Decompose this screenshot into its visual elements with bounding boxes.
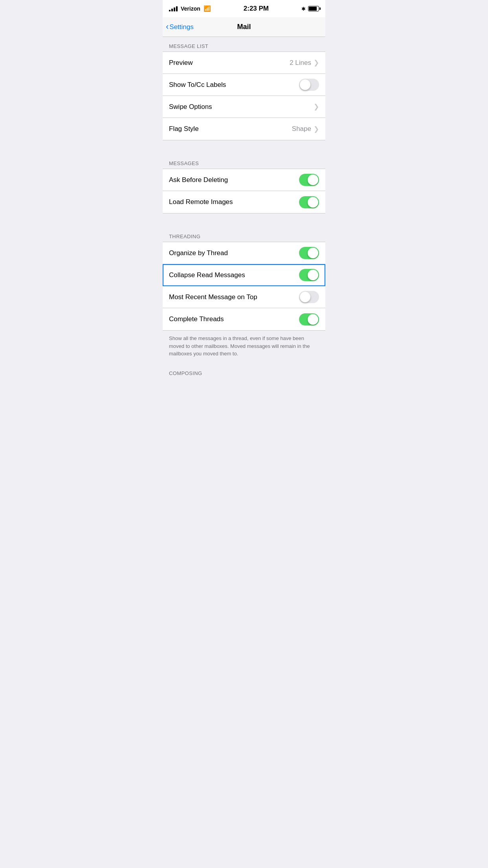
- section-message-list: MESSAGE LIST Preview 2 Lines ❯ Show To/C…: [163, 37, 325, 140]
- collapse-read-messages-toggle-thumb: [308, 270, 318, 280]
- show-tocc-toggle[interactable]: [299, 79, 319, 91]
- message-list-group: Preview 2 Lines ❯ Show To/Cc Labels Swip…: [163, 51, 325, 140]
- collapse-read-messages-toggle[interactable]: [299, 269, 319, 281]
- flag-style-chevron-icon: ❯: [314, 125, 319, 133]
- row-flag-style[interactable]: Flag Style Shape ❯: [163, 118, 325, 140]
- row-ask-before-deleting: Ask Before Deleting: [163, 169, 325, 191]
- preview-right: 2 Lines ❯: [290, 59, 319, 67]
- collapse-read-messages-label: Collapse Read Messages: [169, 271, 245, 279]
- organize-by-thread-label: Organize by Thread: [169, 249, 228, 257]
- wifi-icon: 📶: [204, 5, 211, 12]
- back-label: Settings: [169, 23, 193, 31]
- ask-before-deleting-toggle[interactable]: [299, 174, 319, 186]
- section-header-message-list: MESSAGE LIST: [163, 37, 325, 51]
- swipe-options-label: Swipe Options: [169, 103, 212, 111]
- row-organize-by-thread: Organize by Thread: [163, 242, 325, 264]
- swipe-options-chevron-icon: ❯: [314, 103, 319, 111]
- show-tocc-label: Show To/Cc Labels: [169, 81, 226, 89]
- flag-style-value: Shape: [292, 125, 311, 133]
- row-preview[interactable]: Preview 2 Lines ❯: [163, 52, 325, 74]
- signal-bar-4: [176, 6, 178, 11]
- battery-fill: [309, 7, 317, 11]
- status-time: 2:23 PM: [244, 5, 269, 13]
- back-chevron-icon: ‹: [166, 22, 169, 31]
- signal-bar-2: [171, 9, 173, 11]
- row-complete-threads: Complete Threads: [163, 308, 325, 330]
- status-left: Verizon 📶: [169, 5, 211, 12]
- preview-label: Preview: [169, 59, 193, 67]
- section-threading: THREADING Organize by Thread Collapse Re…: [163, 227, 325, 331]
- back-button[interactable]: ‹ Settings: [166, 23, 194, 31]
- bluetooth-icon: ✱: [301, 6, 306, 12]
- preview-chevron-icon: ❯: [314, 59, 319, 67]
- load-remote-images-label: Load Remote Images: [169, 198, 233, 206]
- row-show-tocc: Show To/Cc Labels: [163, 74, 325, 96]
- most-recent-on-top-toggle[interactable]: [299, 291, 319, 303]
- section-header-threading: THREADING: [163, 227, 325, 242]
- show-tocc-toggle-thumb: [300, 79, 310, 90]
- complete-threads-toggle[interactable]: [299, 313, 319, 326]
- carrier-label: Verizon: [181, 6, 200, 12]
- preview-value: 2 Lines: [290, 59, 311, 67]
- load-remote-images-toggle-thumb: [308, 197, 318, 208]
- complete-threads-label: Complete Threads: [169, 315, 224, 323]
- row-collapse-read-messages: Collapse Read Messages: [163, 264, 325, 286]
- section-header-messages: MESSAGES: [163, 154, 325, 169]
- flag-style-label: Flag Style: [169, 125, 199, 133]
- page-title: Mail: [237, 23, 251, 31]
- swipe-options-right: ❯: [314, 103, 319, 111]
- row-load-remote-images: Load Remote Images: [163, 191, 325, 213]
- status-bar: Verizon 📶 2:23 PM ✱: [163, 0, 325, 17]
- organize-by-thread-toggle-thumb: [308, 248, 318, 258]
- load-remote-images-toggle[interactable]: [299, 196, 319, 208]
- threading-group: Organize by Thread Collapse Read Message…: [163, 242, 325, 331]
- battery-icon: [308, 6, 319, 11]
- signal-bar-3: [174, 7, 175, 11]
- most-recent-on-top-label: Most Recent Message on Top: [169, 293, 257, 301]
- signal-bars: [169, 6, 178, 11]
- section-header-composing: COMPOSING: [163, 364, 325, 379]
- footer-note: Show all the messages in a thread, even …: [163, 331, 325, 364]
- ask-before-deleting-label: Ask Before Deleting: [169, 176, 228, 184]
- spacer-1: [163, 140, 325, 154]
- complete-threads-toggle-thumb: [308, 314, 318, 325]
- spacer-2: [163, 213, 325, 227]
- messages-group: Ask Before Deleting Load Remote Images: [163, 169, 325, 213]
- row-swipe-options[interactable]: Swipe Options ❯: [163, 96, 325, 118]
- most-recent-on-top-toggle-thumb: [300, 292, 310, 302]
- nav-bar: ‹ Settings Mail: [163, 17, 325, 37]
- row-most-recent-on-top: Most Recent Message on Top: [163, 286, 325, 308]
- status-right: ✱: [301, 6, 319, 12]
- ask-before-deleting-toggle-thumb: [308, 175, 318, 185]
- section-messages: MESSAGES Ask Before Deleting Load Remote…: [163, 154, 325, 213]
- flag-style-right: Shape ❯: [292, 125, 319, 133]
- signal-bar-1: [169, 10, 171, 11]
- organize-by-thread-toggle[interactable]: [299, 247, 319, 259]
